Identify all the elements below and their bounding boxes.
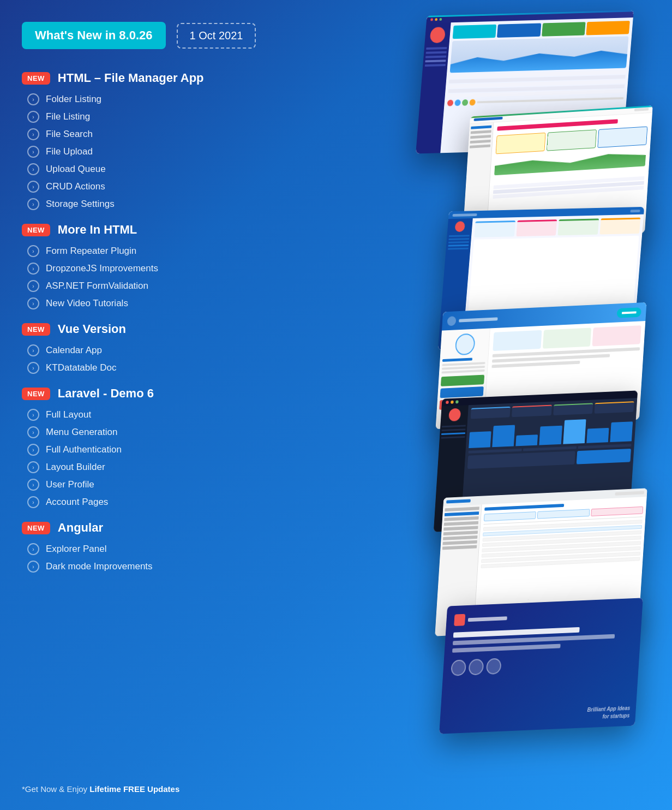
chevron-icon: ›: [27, 146, 39, 158]
list-item[interactable]: › File Listing: [27, 108, 327, 126]
chevron-icon: ›: [27, 561, 39, 573]
section-angular: New Angular › Explorer Panel › Dark mode…: [22, 521, 327, 575]
section-more-html: New More In HTML › Form Repeater Plugin …: [22, 223, 327, 312]
chevron-icon: ›: [27, 111, 39, 123]
section-header-laravel: New Laravel - Demo 6: [22, 386, 327, 401]
screenshots-panel: Brilliant App Ideas for startups: [290, 0, 672, 810]
date-badge: 1 Oct 2021: [177, 23, 256, 49]
chevron-icon: ›: [27, 181, 39, 193]
chevron-icon: ›: [27, 461, 39, 473]
new-badge-laravel: New: [22, 388, 50, 400]
item-list-laravel: › Full Layout › Menu Generation › Full A…: [22, 406, 327, 511]
chevron-icon: ›: [27, 198, 39, 210]
chevron-icon: ›: [27, 496, 39, 508]
chevron-icon: ›: [27, 409, 39, 421]
list-item[interactable]: › Dark mode Improvements: [27, 558, 327, 575]
section-title-html: HTML – File Manager App: [58, 71, 204, 85]
section-title-angular: Angular: [58, 521, 103, 535]
section-header-more-html: New More In HTML: [22, 223, 327, 237]
list-item[interactable]: › ASP.NET FormValidation: [27, 277, 327, 295]
list-item[interactable]: › Full Authentication: [27, 441, 327, 458]
chevron-icon: ›: [27, 297, 39, 309]
footer-text: *Get Now & Enjoy Lifetime FREE Updates: [22, 784, 179, 794]
list-item[interactable]: › Account Pages: [27, 493, 327, 511]
item-list-html: › Folder Listing › File Listing › File S…: [22, 91, 327, 213]
chevron-icon: ›: [27, 362, 39, 374]
new-badge-vue: New: [22, 323, 50, 336]
chevron-icon: ›: [27, 344, 39, 356]
list-item[interactable]: › Menu Generation: [27, 424, 327, 441]
chevron-icon: ›: [27, 245, 39, 257]
section-title-more-html: More In HTML: [58, 223, 137, 237]
list-item[interactable]: › Layout Builder: [27, 458, 327, 476]
section-header-html: New HTML – File Manager App: [22, 71, 327, 85]
list-item[interactable]: › KTDatatable Doc: [27, 359, 327, 377]
content-left: What's New in 8.0.26 1 Oct 2021 New HTML…: [22, 22, 327, 585]
chevron-icon: ›: [27, 444, 39, 456]
section-laravel: New Laravel - Demo 6 › Full Layout › Men…: [22, 386, 327, 511]
section-vue: New Vue Version › Calendar App › KTDatat…: [22, 322, 327, 377]
list-item[interactable]: › Folder Listing: [27, 91, 327, 108]
item-list-more-html: › Form Repeater Plugin › DropzoneJS Impr…: [22, 242, 327, 312]
section-header-angular: New Angular: [22, 521, 327, 535]
section-title-laravel: Laravel - Demo 6: [58, 386, 154, 401]
whats-new-badge: What's New in 8.0.26: [22, 22, 166, 49]
chevron-icon: ›: [27, 280, 39, 292]
section-html-file-manager: New HTML – File Manager App › Folder Lis…: [22, 71, 327, 213]
list-item[interactable]: › File Upload: [27, 143, 327, 160]
chevron-icon: ›: [27, 426, 39, 438]
chevron-icon: ›: [27, 128, 39, 140]
list-item[interactable]: › User Profile: [27, 476, 327, 493]
list-item[interactable]: › New Video Tutorials: [27, 295, 327, 312]
list-item[interactable]: › CRUD Actions: [27, 178, 327, 195]
screenshot-card-7: Brilliant App Ideas for startups: [439, 598, 643, 734]
list-item[interactable]: › DropzoneJS Improvements: [27, 260, 327, 277]
list-item[interactable]: › File Search: [27, 126, 327, 143]
list-item[interactable]: › Calendar App: [27, 342, 327, 359]
list-item[interactable]: › Explorer Panel: [27, 540, 327, 558]
list-item[interactable]: › Form Repeater Plugin: [27, 242, 327, 260]
section-title-vue: Vue Version: [58, 322, 126, 336]
new-badge-angular: New: [22, 522, 50, 534]
list-item[interactable]: › Upload Queue: [27, 160, 327, 178]
list-item[interactable]: › Full Layout: [27, 406, 327, 424]
list-item[interactable]: › Storage Settings: [27, 195, 327, 213]
chevron-icon: ›: [27, 93, 39, 105]
chevron-icon: ›: [27, 163, 39, 175]
section-header-vue: New Vue Version: [22, 322, 327, 336]
item-list-angular: › Explorer Panel › Dark mode Improvement…: [22, 540, 327, 575]
new-badge-html: New: [22, 72, 50, 85]
chevron-icon: ›: [27, 479, 39, 491]
chevron-icon: ›: [27, 263, 39, 275]
item-list-vue: › Calendar App › KTDatatable Doc: [22, 342, 327, 377]
chevron-icon: ›: [27, 543, 39, 555]
new-badge-more-html: New: [22, 224, 50, 236]
header-row: What's New in 8.0.26 1 Oct 2021: [22, 22, 327, 49]
